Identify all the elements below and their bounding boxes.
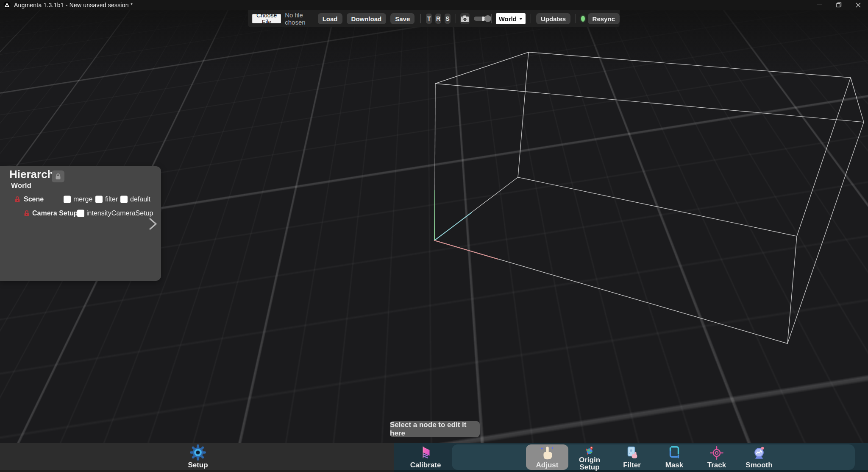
panel-expand-chevron-icon[interactable] <box>148 217 158 231</box>
tree-node-world[interactable]: World <box>11 182 31 190</box>
tree-node-camera-setup[interactable]: Camera Setup <box>32 209 78 217</box>
tab-calibrate-label: Calibrate <box>410 461 441 469</box>
tab-mask[interactable]: Mask <box>653 443 696 471</box>
intensity-camera-setup-label: intensityCameraSetup <box>86 209 153 217</box>
mask-crop-icon <box>666 445 682 461</box>
chevron-down-icon <box>519 18 523 20</box>
tab-setup[interactable]: Setup <box>177 443 219 471</box>
maximize-button[interactable] <box>829 0 849 10</box>
rotate-tool-button[interactable]: R <box>435 14 441 24</box>
top-toolbar: Choose File No file chosen Load Download… <box>248 10 620 27</box>
opacity-slider[interactable] <box>474 17 486 21</box>
tab-filter-label: Filter <box>623 461 641 469</box>
tab-mask-label: Mask <box>665 461 684 469</box>
origin-globe-icon <box>582 445 597 456</box>
camera-view-button[interactable] <box>460 13 470 24</box>
tab-smooth[interactable]: Smooth <box>738 443 780 471</box>
hierarchy-panel: Hierarchy World Scene merge filt <box>0 166 161 281</box>
tab-setup-label: Setup <box>188 461 208 469</box>
restore-icon <box>836 2 842 8</box>
minimize-button[interactable] <box>810 0 829 10</box>
choose-file-button[interactable]: Choose File <box>252 14 281 23</box>
bottom-bar: Setup Calibrate <box>0 443 868 472</box>
viewport-3d[interactable]: Choose File No file chosen Load Download… <box>0 10 868 443</box>
node-edit-tooltip: Select a node to edit it here <box>390 421 480 437</box>
tab-origin-setup-label: Origin Setup <box>571 456 608 471</box>
camera-icon <box>460 14 470 23</box>
tab-track-label: Track <box>707 461 726 469</box>
sync-status-dot <box>581 16 584 22</box>
filter-checkbox-label: filter <box>105 196 118 203</box>
toolbar-divider <box>420 14 421 23</box>
space-select[interactable]: World <box>496 13 526 24</box>
tab-calibrate[interactable]: Calibrate <box>404 443 447 471</box>
filter-checkbox[interactable] <box>95 196 103 203</box>
merge-checkbox[interactable] <box>64 196 71 203</box>
close-icon <box>856 3 861 8</box>
tree-node-scene[interactable]: Scene <box>24 196 44 203</box>
titlebar: Augmenta 1.3.1b1 - New unsaved session * <box>0 0 868 10</box>
slider-thumb[interactable] <box>484 15 491 22</box>
load-button[interactable]: Load <box>318 13 342 24</box>
tab-adjust[interactable]: Adjust <box>526 443 568 471</box>
merge-checkbox-label: merge <box>73 196 92 203</box>
default-checkbox[interactable] <box>120 196 128 203</box>
minimize-icon <box>817 5 822 6</box>
default-checkbox-label: default <box>130 196 150 203</box>
toolbar-divider <box>576 14 576 23</box>
x-axis-line <box>434 240 498 259</box>
toolbar-divider <box>456 14 456 23</box>
space-select-value: World <box>499 15 517 22</box>
tab-track[interactable]: Track <box>696 443 738 471</box>
app-window: Augmenta 1.3.1b1 - New unsaved session * <box>0 0 868 472</box>
tab-filter[interactable]: Filter <box>611 443 653 471</box>
track-target-icon <box>709 445 725 461</box>
close-button[interactable] <box>849 0 868 10</box>
augmenta-logo-icon <box>3 1 11 8</box>
tree-row-scene: Scene merge filter default <box>0 193 161 205</box>
intensity-camera-setup-checkbox[interactable] <box>77 210 84 217</box>
locked-icon[interactable] <box>24 210 30 217</box>
download-button[interactable]: Download <box>347 13 387 24</box>
lock-icon <box>55 173 61 180</box>
calibrate-icon <box>417 445 434 461</box>
gear-icon <box>190 444 206 461</box>
adjust-hand-icon <box>539 445 555 461</box>
tab-smooth-label: Smooth <box>746 461 772 469</box>
smooth-orb-icon <box>751 445 767 461</box>
y-axis-line <box>434 190 435 240</box>
tab-origin-setup[interactable]: Origin Setup <box>568 443 611 471</box>
toolbar-divider <box>531 14 531 23</box>
resync-button[interactable]: Resync <box>588 13 620 24</box>
locked-icon[interactable] <box>14 196 20 203</box>
translate-tool-button[interactable]: T <box>426 14 432 24</box>
filter-icon <box>624 445 640 461</box>
hierarchy-lock-button[interactable] <box>52 170 64 182</box>
bottom-bar-right: Calibrate Adjust <box>394 443 868 472</box>
window-title: Augmenta 1.3.1b1 - New unsaved session * <box>14 2 133 8</box>
window-controls <box>810 0 868 10</box>
tab-adjust-label: Adjust <box>536 461 559 469</box>
save-button[interactable]: Save <box>390 13 415 24</box>
updates-button[interactable]: Updates <box>536 13 570 24</box>
bottom-bar-left: Setup <box>0 443 394 472</box>
scale-tool-button[interactable]: S <box>445 14 451 24</box>
file-status-text: No file chosen <box>285 11 309 26</box>
tree-row-camera-setup: Camera Setup intensityCameraSetup <box>0 207 161 219</box>
z-axis-line <box>434 212 472 240</box>
